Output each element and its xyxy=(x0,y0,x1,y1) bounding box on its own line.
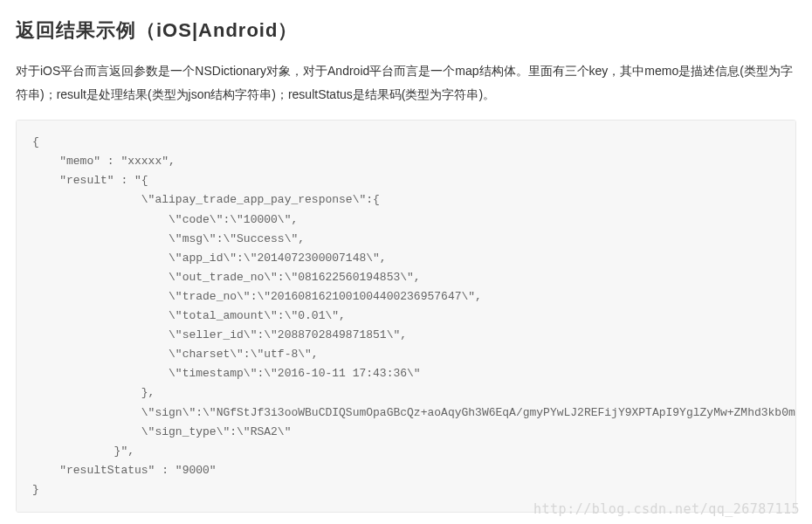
description-text: 对于iOS平台而言返回参数是一个NSDictionary对象，对于Android… xyxy=(16,59,796,106)
code-sample[interactable]: { "memo" : "xxxxx", "result" : "{ \"alip… xyxy=(16,120,796,513)
page-heading: 返回结果示例（iOS|Android） xyxy=(16,17,796,44)
